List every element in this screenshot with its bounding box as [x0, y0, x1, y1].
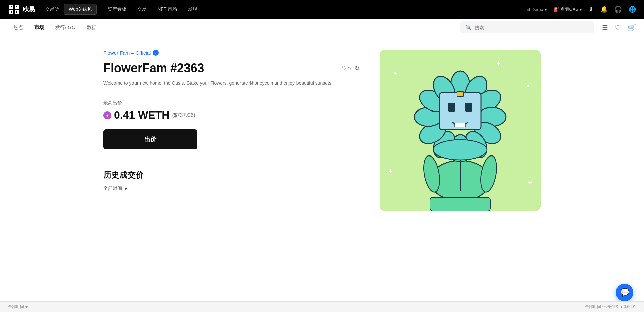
eth-icon: ♦: [103, 111, 111, 119]
refresh-icon: ↻: [355, 65, 360, 72]
svg-rect-25: [465, 103, 472, 112]
svg-rect-23: [457, 92, 464, 96]
sub-navigation: 热点 市场 发行/IGO 数据 🔍 ☰ ♡ 🛒: [0, 19, 644, 36]
svg-rect-5: [16, 6, 17, 7]
search-area: 🔍: [460, 21, 594, 33]
demo-button[interactable]: 🖥 Demo ▾: [526, 7, 547, 12]
left-panel: Flower Fam – Official ✓ FlowerFam #2363 …: [103, 50, 360, 211]
search-icon: 🔍: [465, 24, 472, 31]
history-title: 历史成交价: [103, 170, 360, 180]
gas-icon: ⛽: [554, 7, 559, 12]
sparkle-icon-1: ✦: [392, 69, 398, 77]
nft-description: Welcome to your new home, the Oasis. Sta…: [103, 79, 360, 87]
like-count: 0: [348, 65, 351, 71]
svg-rect-24: [448, 103, 455, 112]
notification-button[interactable]: 🔔: [600, 6, 608, 13]
language-button[interactable]: 🌐: [629, 6, 636, 13]
headset-button[interactable]: 🎧: [614, 6, 622, 13]
verified-badge-icon: ✓: [153, 50, 159, 56]
like-button[interactable]: ♡ 0: [342, 65, 351, 71]
heart-icon: ♡: [342, 65, 346, 71]
svg-rect-4: [11, 6, 12, 7]
gas-chevron-icon: ▾: [580, 7, 582, 12]
right-panel: ✦ ✦ ✦ ✦ ✦: [380, 50, 541, 211]
nav-nft-link[interactable]: NFT 市场: [157, 6, 177, 12]
nav-discover-link[interactable]: 发现: [188, 6, 197, 12]
nft-title-row: FlowerFam #2363 ♡ 0 ↻: [103, 61, 360, 75]
nft-image: ✦ ✦ ✦ ✦ ✦: [380, 50, 541, 211]
exchange-button[interactable]: 交易所: [40, 4, 64, 14]
nav-assets-link[interactable]: 资产看板: [108, 6, 126, 12]
tab-hot[interactable]: 热点: [8, 19, 29, 36]
svg-rect-33: [430, 197, 490, 211]
download-button[interactable]: ⬇: [589, 6, 594, 13]
favorites-button[interactable]: ♡: [615, 24, 621, 32]
logo-text: 欧易: [23, 5, 35, 13]
search-input[interactable]: [475, 25, 589, 30]
demo-icon: 🖥: [526, 7, 530, 12]
main-content: Flower Fam – Official ✓ FlowerFam #2363 …: [87, 36, 557, 224]
bid-button[interactable]: 出价: [103, 129, 197, 149]
logo-icon: [8, 3, 20, 15]
bid-usd: ($737.06): [172, 112, 195, 118]
nav-links: 资产看板 交易 NFT 市场 发现: [108, 6, 526, 12]
svg-point-32: [433, 140, 487, 160]
collection-name: Flower Fam – Official: [103, 50, 151, 56]
title-actions: ♡ 0 ↻: [342, 64, 360, 72]
cart-button[interactable]: 🛒: [628, 24, 636, 32]
gas-button[interactable]: ⛽ 查看GAS ▾: [554, 6, 582, 12]
bid-value: 0.41 WETH: [114, 109, 169, 121]
refresh-button[interactable]: ↻: [355, 64, 360, 72]
svg-rect-8: [16, 11, 17, 13]
highest-bid-label: 最高出价: [103, 100, 360, 106]
top-navigation: 欧易 交易所 Web3 钱包 资产看板 交易 NFT 市场 发现 🖥 Demo …: [0, 0, 644, 19]
svg-rect-26: [455, 123, 466, 127]
sparkle-icon-4: ✦: [388, 167, 393, 175]
logo-area[interactable]: 欧易: [8, 3, 35, 15]
web3-wallet-button[interactable]: Web3 钱包: [64, 4, 97, 15]
collection-link[interactable]: Flower Fam – Official ✓: [103, 50, 360, 56]
nav-trade-link[interactable]: 交易: [137, 6, 147, 12]
svg-rect-6: [11, 11, 12, 13]
sparkle-icon-3: ✦: [525, 82, 531, 90]
nft-character-svg: [380, 50, 541, 211]
demo-chevron-icon: ▾: [545, 7, 547, 12]
nav-divider: [102, 5, 102, 13]
tab-data[interactable]: 数据: [81, 19, 102, 36]
history-filter-label: 全部时间: [103, 186, 122, 192]
sparkle-icon-5: ✦: [527, 179, 533, 187]
nft-title: FlowerFam #2363: [103, 61, 204, 75]
nav-right: 🖥 Demo ▾ ⛽ 查看GAS ▾ ⬇ 🔔 🎧 🌐: [526, 6, 636, 13]
sparkle-icon-2: ✦: [496, 59, 501, 68]
tab-market[interactable]: 市场: [29, 19, 50, 36]
sub-nav-icon-group: ☰ ♡ 🛒: [602, 24, 636, 32]
history-filter-chevron-icon: ▾: [125, 186, 127, 191]
bid-amount-row: ♦ 0.41 WETH ($737.06): [103, 109, 360, 121]
list-view-button[interactable]: ☰: [602, 24, 608, 32]
tab-igo[interactable]: 发行/IGO: [50, 19, 81, 36]
search-box[interactable]: 🔍: [460, 21, 594, 33]
history-filter-dropdown[interactable]: 全部时间 ▾: [103, 186, 360, 192]
history-section: 历史成交价 全部时间 ▾: [103, 170, 360, 192]
